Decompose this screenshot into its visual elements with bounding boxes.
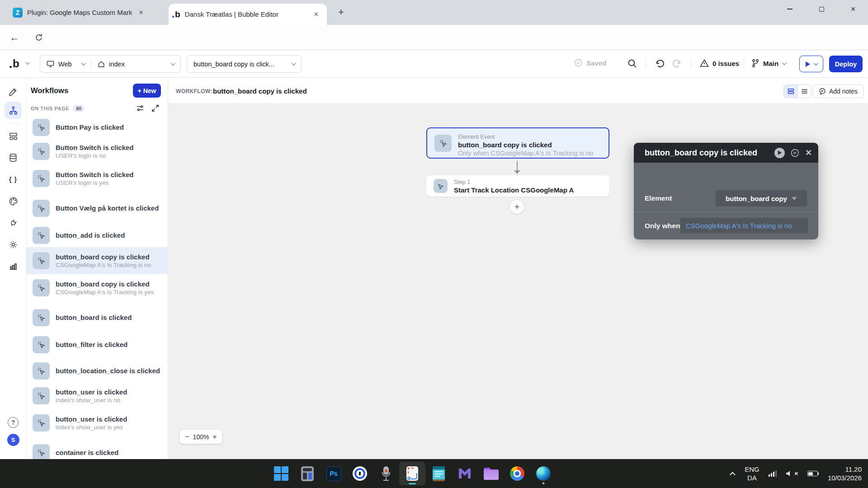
- run-workflow-button[interactable]: [774, 148, 785, 158]
- chrome-app-button[interactable]: [504, 462, 530, 485]
- workflow-item-subtitle: index's show_user is no: [56, 396, 127, 404]
- rail-plugins-tab[interactable]: [5, 214, 22, 231]
- only-when-expression-input[interactable]: CSGoogleMap A's Is Tracking is no: [680, 218, 808, 233]
- window-close-button[interactable]: ✕: [843, 0, 863, 18]
- snipping-tool-app-button[interactable]: [399, 462, 425, 485]
- search-icon[interactable]: [627, 59, 637, 68]
- workflow-item-title: button_board copy is clicked: [56, 253, 151, 261]
- workflow-list-item[interactable]: Button Pay is clicked: [26, 114, 168, 141]
- workflow-list-item[interactable]: button_user is clickedindex's show_user …: [26, 409, 168, 436]
- element-click-icon: [33, 444, 50, 459]
- file-explorer-app-button[interactable]: [478, 462, 504, 485]
- workflow-list-item[interactable]: button_board is clicked: [26, 304, 168, 331]
- rail-workflow-tab[interactable]: [5, 102, 22, 119]
- filter-icon[interactable]: [136, 104, 145, 113]
- window-maximize-button[interactable]: [811, 0, 832, 18]
- language-indicator[interactable]: ENG DA: [745, 465, 760, 482]
- list-view-toggle[interactable]: [797, 85, 811, 98]
- device-value: Web: [58, 61, 72, 68]
- deploy-button[interactable]: Deploy: [829, 56, 863, 72]
- photoshop-app-button[interactable]: Ps: [321, 462, 347, 485]
- workflow-list-item[interactable]: Button Switch is clickedUSER's login is …: [26, 138, 168, 165]
- workflow-list-item[interactable]: button_filter is clicked: [26, 331, 168, 358]
- preview-button[interactable]: [799, 56, 823, 72]
- issues-button[interactable]: 0 issues: [700, 59, 739, 68]
- workflow-list-item[interactable]: button_location_close is clicked: [26, 357, 168, 385]
- workflow-selector-dropdown[interactable]: button_board copy is click...: [187, 55, 302, 73]
- browser-tab-plugin[interactable]: Z Plugin: Google Maps Custom Mark ✕: [6, 0, 165, 25]
- event-node[interactable]: Element Event button_board copy is click…: [426, 127, 609, 159]
- zoom-out-button[interactable]: −: [185, 432, 189, 441]
- edge-app-button[interactable]: [530, 462, 557, 485]
- home-icon: [98, 61, 105, 68]
- tab-close-icon[interactable]: ✕: [137, 8, 146, 17]
- back-button[interactable]: ←: [8, 31, 21, 44]
- rail-api-tab[interactable]: { }: [5, 171, 22, 188]
- new-tab-button[interactable]: +: [338, 6, 344, 18]
- rail-design-tab[interactable]: [5, 83, 22, 100]
- workflow-list-item[interactable]: button_board copy is clickedCSGoogleMap …: [26, 274, 168, 301]
- workflow-label: WORKFLOW:: [176, 88, 212, 94]
- voice-recorder-app-button[interactable]: [373, 462, 399, 485]
- notepad-app-button[interactable]: [425, 462, 452, 485]
- browser-tab-bubble-editor[interactable]: b Dansk Træatlas | Bubble Editor ✕: [169, 4, 327, 25]
- add-notes-button[interactable]: Add notes: [813, 84, 863, 98]
- zoom-in-button[interactable]: +: [212, 432, 217, 441]
- start-button[interactable]: [268, 462, 294, 485]
- rail-divider: [6, 123, 20, 123]
- close-panel-button[interactable]: ✕: [805, 148, 812, 158]
- rail-components-tab[interactable]: [5, 127, 22, 145]
- window-minimize-button[interactable]: [779, 0, 800, 18]
- refresh-button[interactable]: [33, 31, 45, 44]
- bubble-logo[interactable]: b: [13, 57, 19, 70]
- network-signal-icon[interactable]: [769, 470, 777, 477]
- bubble-editor-toolbar: b Web index button_board copy is click..…: [0, 50, 868, 78]
- workflow-list-item[interactable]: container is clicked: [26, 439, 168, 459]
- saved-label: Saved: [586, 59, 606, 67]
- workflow-list-item[interactable]: button_add is clicked: [26, 222, 168, 249]
- rail-logs-tab[interactable]: [5, 258, 22, 275]
- workflow-list-item[interactable]: button_user is clickedindex's show_user …: [26, 382, 168, 409]
- monitor-icon: [47, 61, 54, 67]
- new-workflow-button[interactable]: + New: [133, 84, 161, 98]
- expand-icon[interactable]: [151, 104, 160, 113]
- help-button[interactable]: ?: [5, 414, 22, 431]
- screen: Z Plugin: Google Maps Custom Mark ✕ b Da…: [0, 0, 868, 488]
- volume-muted-icon[interactable]: ✕: [786, 470, 798, 477]
- workflow-item-title: container is clicked: [56, 449, 118, 457]
- workflow-list-item[interactable]: Button Switch is clickedUSER's login is …: [26, 165, 168, 192]
- branch-dropdown[interactable]: Main: [751, 59, 785, 68]
- redo-button[interactable]: [673, 59, 682, 68]
- device-dropdown[interactable]: Web: [40, 61, 91, 68]
- user-avatar-badge[interactable]: S: [5, 431, 22, 448]
- element-click-icon: [33, 309, 50, 326]
- issues-count: 0 issues: [712, 60, 739, 67]
- element-dropdown[interactable]: button_board copy: [716, 190, 807, 206]
- tray-chevron-up-icon[interactable]: [730, 472, 736, 478]
- workflow-list-item-selected[interactable]: button_board copy is clickedCSGoogleMap …: [26, 247, 168, 274]
- clock[interactable]: 11.20 10/03/2026: [828, 465, 862, 482]
- workflow-item-subtitle: USER's login is no: [56, 152, 134, 160]
- card-view-toggle[interactable]: [784, 85, 797, 98]
- logo-menu-chevron-icon[interactable]: [25, 60, 30, 65]
- mail-app-button[interactable]: [452, 462, 478, 485]
- property-panel-header[interactable]: button_board copy is clicked ✕: [634, 143, 818, 163]
- tab-close-icon[interactable]: ✕: [312, 10, 321, 19]
- rail-styles-tab[interactable]: [5, 192, 22, 210]
- page-dropdown[interactable]: index: [91, 61, 180, 68]
- notepad-icon: [433, 466, 445, 481]
- battery-icon[interactable]: [807, 471, 819, 476]
- chevron-down-icon: [814, 61, 818, 66]
- section-label: ON THIS PAGE: [31, 106, 69, 111]
- comment-button[interactable]: [790, 148, 800, 158]
- step-node[interactable]: Step 1 Start Track Location CSGoogleMap …: [426, 175, 609, 197]
- onepassword-app-button[interactable]: [347, 462, 373, 485]
- step-node-title: Start Track Location CSGoogleMap A: [454, 186, 574, 194]
- calculator-app-button[interactable]: [294, 462, 321, 485]
- rail-data-tab[interactable]: [5, 149, 22, 166]
- workflow-item-title: button_user is clicked: [56, 415, 127, 423]
- undo-button[interactable]: [655, 59, 664, 68]
- rail-settings-tab[interactable]: [5, 236, 22, 253]
- add-step-button[interactable]: +: [509, 199, 524, 214]
- workflow-list-item[interactable]: Button Vælg på kortet is clicked: [26, 195, 168, 222]
